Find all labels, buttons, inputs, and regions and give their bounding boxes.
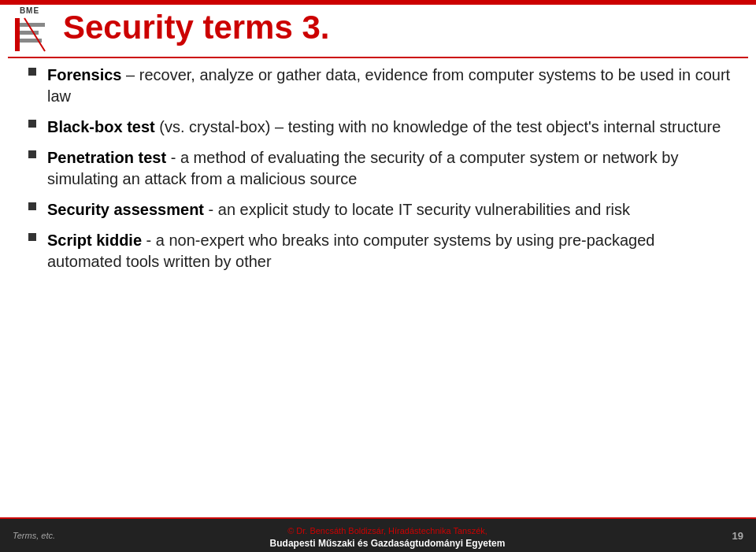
- svg-rect-3: [20, 31, 39, 35]
- footer: Terms, etc. © Dr. Bencsáth Boldizsár, Hí…: [0, 519, 756, 552]
- top-accent-bar: [0, 0, 756, 5]
- logo-area: BME: [8, 6, 51, 54]
- bme-logo-graphic: [13, 17, 46, 53]
- bullet-text-forensics: Forensics – recover, analyze or gather d…: [47, 65, 732, 107]
- bullet-text-assessment: Security assessment - an explicit study …: [47, 199, 732, 220]
- svg-rect-2: [20, 23, 45, 27]
- list-item-assessment: Security assessment - an explicit study …: [24, 199, 732, 220]
- list-item-kiddie: Script kiddie - a non-expert who breaks …: [24, 230, 732, 272]
- bullet-icon-forensics: [24, 68, 41, 76]
- bme-label: BME: [20, 6, 39, 15]
- bullet-icon-blackbox: [24, 120, 41, 128]
- bullet-text-blackbox: Black-box test (vs. crystal-box) – testi…: [47, 117, 732, 138]
- bullet-text-penetration: Penetration test - a method of evaluatin…: [47, 147, 732, 190]
- title-divider: [8, 57, 748, 58]
- bullet-text-kiddie: Script kiddie - a non-expert who breaks …: [47, 230, 732, 272]
- page-title: Security terms 3.: [63, 8, 740, 47]
- list-item-blackbox: Black-box test (vs. crystal-box) – testi…: [24, 117, 732, 138]
- footer-center-top: © Dr. Bencsáth Boldizsár, Híradástechnik…: [272, 526, 503, 535]
- main-content: Forensics – recover, analyze or gather d…: [24, 65, 732, 513]
- svg-rect-1: [15, 18, 20, 51]
- bullet-icon-assessment: [24, 202, 41, 210]
- footer-center-bottom: Budapesti Műszaki és Gazdaságtudományi E…: [55, 538, 720, 549]
- footer-left-text: Terms, etc.: [13, 531, 55, 540]
- bullet-icon-kiddie: [24, 233, 41, 241]
- list-item-forensics: Forensics – recover, analyze or gather d…: [24, 65, 732, 107]
- list-item-penetration: Penetration test - a method of evaluatin…: [24, 147, 732, 190]
- bullet-list: Forensics – recover, analyze or gather d…: [24, 65, 732, 272]
- bullet-icon-penetration: [24, 150, 41, 158]
- footer-center: © Dr. Bencsáth Boldizsár, Híradástechnik…: [55, 523, 720, 549]
- footer-page-number: 19: [720, 530, 743, 542]
